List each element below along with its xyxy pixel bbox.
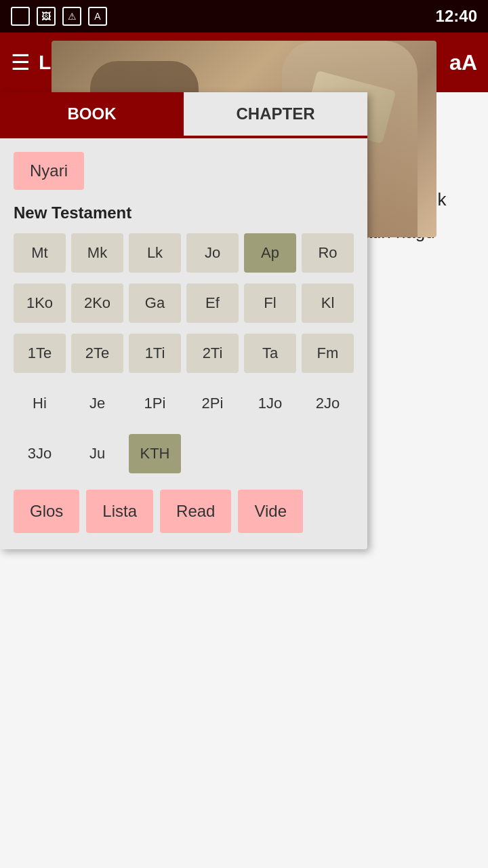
book-btn-1ti[interactable]: 1Ti [129, 334, 181, 373]
book-btn-hi[interactable]: Hi [14, 384, 66, 423]
book-btn-kl[interactable]: Kl [302, 283, 354, 323]
new-testament-header: New Testament [14, 203, 354, 222]
lista-button[interactable]: Lista [86, 490, 153, 533]
status-bar: 🖼 ⚠ A 12:40 [0, 0, 488, 33]
book-btn-ef[interactable]: Ef [186, 283, 239, 323]
book-btn-mt[interactable]: Mt [14, 233, 66, 273]
books-grid-row2: 1Ko 2Ko Ga Ef Fl Kl [14, 283, 354, 323]
tab-chapter[interactable]: CHAPTER [184, 92, 367, 138]
book-btn-2ko[interactable]: 2Ko [71, 283, 123, 323]
book-btn-lk[interactable]: Lk [129, 233, 181, 273]
book-btn-3jo[interactable]: 3Jo [14, 434, 66, 473]
status-icons: 🖼 ⚠ A [11, 7, 107, 26]
books-grid-row5: 3Jo Ju KTH [14, 434, 354, 473]
screen-icon [11, 7, 30, 26]
book-btn-1te[interactable]: 1Te [14, 334, 66, 373]
book-btn-ro[interactable]: Ro [302, 233, 354, 273]
books-grid-row3: 1Te 2Te 1Ti 2Ti Ta Fm [14, 334, 354, 373]
book-chapter-dropdown: BOOK CHAPTER Nyari New Testament Mt Mk L… [0, 92, 367, 549]
dropdown-content: Nyari New Testament Mt Mk Lk Jo Ap Ro 1K… [0, 138, 367, 549]
book-btn-ap[interactable]: Ap [244, 233, 296, 273]
menu-icon[interactable]: ☰ [11, 50, 30, 75]
book-btn-1pi[interactable]: 1Pi [129, 384, 181, 423]
book-btn-ta[interactable]: Ta [244, 334, 296, 373]
book-btn-jo[interactable]: Jo [186, 233, 239, 273]
tab-bar: BOOK CHAPTER [0, 92, 367, 138]
book-btn-je[interactable]: Je [71, 384, 123, 423]
a-icon: A [88, 7, 107, 26]
book-btn-fl[interactable]: Fl [244, 283, 296, 323]
book-btn-ga[interactable]: Ga [129, 283, 181, 323]
nyari-button[interactable]: Nyari [14, 152, 84, 190]
book-btn-kth[interactable]: KTH [129, 434, 181, 473]
font-size-icon[interactable]: aA [449, 50, 477, 75]
book-btn-mk[interactable]: Mk [71, 233, 123, 273]
book-btn-1ko[interactable]: 1Ko [14, 283, 66, 323]
book-btn-fm[interactable]: Fm [302, 334, 354, 373]
book-btn-2ti[interactable]: 2Ti [186, 334, 239, 373]
warning-icon: ⚠ [62, 7, 81, 26]
books-grid-row4: Hi Je 1Pi 2Pi 1Jo 2Jo [14, 384, 354, 423]
book-btn-2pi[interactable]: 2Pi [186, 384, 239, 423]
book-btn-1jo[interactable]: 1Jo [244, 384, 296, 423]
book-btn-2jo[interactable]: 2Jo [302, 384, 354, 423]
book-btn-ju[interactable]: Ju [71, 434, 123, 473]
tab-book[interactable]: BOOK [0, 92, 184, 138]
status-time: 12:40 [436, 7, 477, 26]
read-button[interactable]: Read [160, 490, 231, 533]
book-btn-2te[interactable]: 2Te [71, 334, 123, 373]
glos-button[interactable]: Glos [14, 490, 79, 533]
image-icon: 🖼 [37, 7, 56, 26]
books-grid-row1: Mt Mk Lk Jo Ap Ro [14, 233, 354, 273]
vide-button[interactable]: Vide [238, 490, 303, 533]
action-buttons: Glos Lista Read Vide [14, 490, 354, 533]
